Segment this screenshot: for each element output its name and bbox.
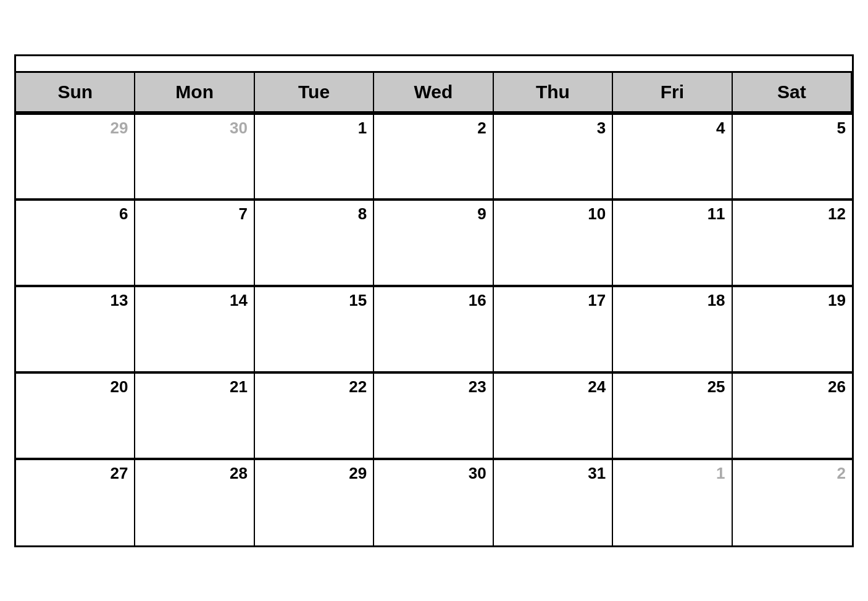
day-number: 17 [498, 291, 606, 310]
day-cell: 31 [494, 459, 613, 545]
day-number: 6 [20, 204, 128, 224]
day-cell: 27 [16, 459, 135, 545]
day-cell: 20 [16, 372, 135, 459]
day-header-mon: Mon [135, 73, 254, 113]
day-cell: 30 [135, 113, 254, 200]
day-number: 15 [259, 291, 367, 310]
day-number: 2 [378, 119, 486, 138]
day-number: 16 [378, 291, 486, 310]
calendar-grid: SunMonTueWedThuFriSat2930123456789101112… [16, 73, 852, 545]
day-number: 22 [259, 377, 367, 397]
day-cell: 18 [613, 286, 732, 372]
day-cell: 10 [494, 200, 613, 286]
day-cell: 23 [374, 372, 493, 459]
day-cell: 3 [494, 113, 613, 200]
day-number: 3 [498, 119, 606, 138]
day-number: 14 [139, 291, 247, 310]
day-number: 29 [20, 119, 128, 138]
day-cell: 1 [613, 459, 732, 545]
day-cell: 16 [374, 286, 493, 372]
day-number: 23 [378, 377, 486, 397]
day-number: 9 [378, 204, 486, 224]
day-cell: 26 [733, 372, 852, 459]
day-cell: 22 [255, 372, 374, 459]
day-cell: 30 [374, 459, 493, 545]
day-cell: 29 [16, 113, 135, 200]
day-number: 10 [498, 204, 606, 224]
day-header-sun: Sun [16, 73, 135, 113]
day-number: 1 [259, 119, 367, 138]
day-header-sat: Sat [733, 73, 852, 113]
day-number: 1 [617, 464, 725, 483]
day-cell: 17 [494, 286, 613, 372]
day-cell: 14 [135, 286, 254, 372]
day-number: 19 [737, 291, 846, 310]
day-cell: 15 [255, 286, 374, 372]
day-number: 13 [20, 291, 128, 310]
day-cell: 4 [613, 113, 732, 200]
day-number: 18 [617, 291, 725, 310]
day-number: 7 [139, 204, 247, 224]
day-header-fri: Fri [613, 73, 732, 113]
day-cell: 21 [135, 372, 254, 459]
day-cell: 7 [135, 200, 254, 286]
day-number: 5 [737, 119, 846, 138]
day-cell: 5 [733, 113, 852, 200]
day-cell: 8 [255, 200, 374, 286]
day-cell: 2 [374, 113, 493, 200]
day-number: 12 [737, 204, 846, 224]
day-number: 29 [259, 464, 367, 483]
day-number: 11 [617, 204, 725, 224]
day-number: 4 [617, 119, 725, 138]
day-header-thu: Thu [494, 73, 613, 113]
day-cell: 2 [733, 459, 852, 545]
day-number: 30 [378, 464, 486, 483]
day-cell: 6 [16, 200, 135, 286]
day-cell: 25 [613, 372, 732, 459]
calendar: SunMonTueWedThuFriSat2930123456789101112… [14, 54, 854, 547]
day-number: 25 [617, 377, 725, 397]
day-number: 31 [498, 464, 606, 483]
calendar-title [16, 56, 852, 73]
day-header-tue: Tue [255, 73, 374, 113]
day-number: 8 [259, 204, 367, 224]
day-cell: 13 [16, 286, 135, 372]
day-cell: 29 [255, 459, 374, 545]
day-number: 21 [139, 377, 247, 397]
day-cell: 9 [374, 200, 493, 286]
day-number: 30 [139, 119, 247, 138]
day-cell: 24 [494, 372, 613, 459]
day-cell: 19 [733, 286, 852, 372]
day-number: 20 [20, 377, 128, 397]
day-number: 2 [737, 464, 846, 483]
day-number: 28 [139, 464, 247, 483]
day-number: 26 [737, 377, 846, 397]
day-cell: 12 [733, 200, 852, 286]
day-number: 27 [20, 464, 128, 483]
day-number: 24 [498, 377, 606, 397]
day-cell: 11 [613, 200, 732, 286]
day-cell: 28 [135, 459, 254, 545]
day-header-wed: Wed [374, 73, 493, 113]
day-cell: 1 [255, 113, 374, 200]
